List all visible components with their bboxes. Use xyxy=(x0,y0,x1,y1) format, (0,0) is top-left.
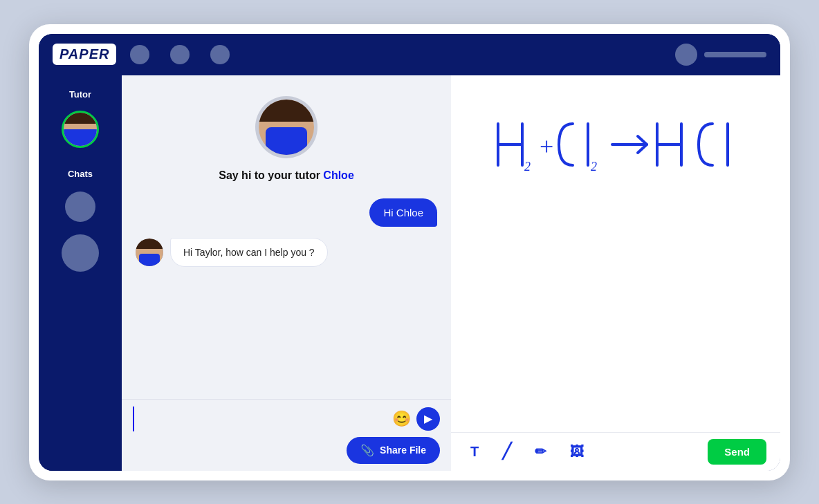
chat-input-row: 😊 ▶ xyxy=(133,407,440,431)
svg-text:+: + xyxy=(540,133,553,160)
chat-input-bar: 😊 ▶ 📎 Share File xyxy=(122,399,451,471)
share-file-button[interactable]: 📎 Share File xyxy=(347,437,440,464)
chat-body: Say hi to your tutor Chloe Hi Chloe xyxy=(122,75,451,399)
sidebar: Tutor Chats xyxy=(39,75,122,471)
msg-sent-1: Hi Chloe xyxy=(369,198,437,227)
whiteboard-toolbar: T ╱ ✏ 🖼 Send xyxy=(451,432,780,471)
sidebar-chat-1[interactable] xyxy=(65,192,95,222)
tutor-intro-text: Say hi to your tutor Chloe xyxy=(219,169,354,182)
whiteboard-panel: 2 + 2 xyxy=(451,75,780,471)
chat-input[interactable] xyxy=(133,407,387,431)
nav-right xyxy=(675,44,766,66)
app-container: PAPER Tutor Chats xyxy=(39,34,780,471)
nav-icon-2[interactable] xyxy=(170,45,190,64)
wb-tool-image[interactable]: 🖼 xyxy=(564,441,589,463)
messages: Hi Chloe Hi Taylor, how can I help you ? xyxy=(136,198,437,267)
tutor-msg-avatar xyxy=(136,239,163,266)
equation-svg: 2 + 2 xyxy=(484,110,747,193)
wb-tool-line[interactable]: ╱ xyxy=(497,440,517,463)
device-frame: PAPER Tutor Chats xyxy=(29,24,790,480)
nav-icon-1[interactable] xyxy=(130,45,149,64)
whiteboard-body[interactable]: 2 + 2 xyxy=(451,75,780,432)
sidebar-chat-2[interactable] xyxy=(62,234,99,272)
nav-icon-3[interactable] xyxy=(210,45,230,64)
msg-bubble-received-1: Hi Taylor, how can I help you ? xyxy=(170,238,328,267)
nav-user-avatar xyxy=(675,44,697,66)
chats-label: Chats xyxy=(68,169,93,179)
emoji-button[interactable]: 😊 xyxy=(392,410,411,428)
nav-user-name xyxy=(704,52,766,57)
msg-received-1: Hi Taylor, how can I help you ? xyxy=(136,238,328,267)
top-nav: PAPER xyxy=(39,34,780,75)
send-icon: ▶ xyxy=(424,412,432,425)
wb-tool-text[interactable]: T xyxy=(465,441,484,463)
tutor-intro-avatar xyxy=(255,96,318,158)
clip-icon: 📎 xyxy=(360,444,374,457)
main-content: Tutor Chats xyxy=(39,75,780,471)
wb-tool-draw[interactable]: ✏ xyxy=(529,440,552,463)
sidebar-tutor-avatar[interactable] xyxy=(62,111,99,148)
nav-icons xyxy=(130,45,230,64)
send-button[interactable]: ▶ xyxy=(416,407,440,431)
wb-send-button[interactable]: Send xyxy=(708,439,766,465)
logo: PAPER xyxy=(53,44,116,65)
msg-bubble-sent-1: Hi Chloe xyxy=(369,198,437,227)
chat-panel: Say hi to your tutor Chloe Hi Chloe xyxy=(122,75,451,471)
tutor-label: Tutor xyxy=(69,89,91,100)
svg-text:2: 2 xyxy=(524,160,531,174)
svg-text:2: 2 xyxy=(591,160,597,174)
